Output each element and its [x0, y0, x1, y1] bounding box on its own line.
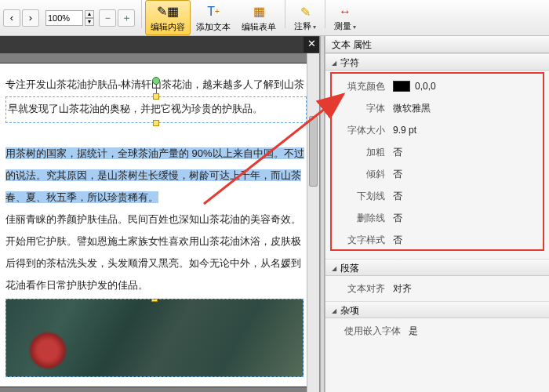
- para-properties: 文本对齐对齐: [325, 276, 549, 301]
- resize-handle-top[interactable]: [153, 93, 159, 100]
- measure-label: 测量: [334, 21, 351, 31]
- section-header-char[interactable]: 字符: [325, 53, 549, 71]
- text-line: 早就发现了山茶花油的奥秘，并把它视为珍贵的护肤品。: [6, 99, 306, 119]
- text-selection-block[interactable]: 早就发现了山茶花油的奥秘，并把它视为珍贵的护肤品。: [5, 96, 307, 123]
- edit-form-button[interactable]: ▦ 编辑表单: [236, 0, 282, 35]
- zoom-input[interactable]: [45, 10, 83, 26]
- edit-form-icon: ▦: [249, 3, 268, 20]
- prop-italic[interactable]: 倾斜否: [333, 163, 541, 185]
- page: 专注开发山茶花油护肤品-林清轩山茶花油，越来越多人了解到山茶 早就发现了山茶花油…: [0, 63, 317, 387]
- text-line: 的说法。究其原因，是山茶树生长缓慢，树龄可达上千年，而山茶: [5, 165, 307, 186]
- document-tab-bar: ✕: [0, 36, 319, 53]
- color-swatch[interactable]: [393, 81, 410, 92]
- edit-content-label: 编辑内容: [151, 21, 185, 33]
- text-line: 用茶树的国家，据统计，全球茶油产量的 90%以上来自中国。不过: [5, 143, 307, 164]
- edit-content-icon: ✎▦: [158, 3, 177, 20]
- text-line: 后得到的茶枯洗头发，头发顺滑又黑亮。如今无论中外，从名媛到: [5, 253, 307, 274]
- section-header-misc[interactable]: 杂项: [325, 301, 549, 318]
- page-next-button[interactable]: ›: [22, 9, 39, 27]
- measure-button[interactable]: ↔ 测量▾: [329, 0, 362, 35]
- edit-content-button[interactable]: ✎▦ 编辑内容: [145, 0, 191, 35]
- prop-strike[interactable]: 删除线否: [333, 207, 541, 229]
- toolbar-separator: [141, 0, 142, 28]
- chevron-down-icon: ▾: [353, 24, 356, 31]
- prop-align[interactable]: 文本对齐对齐: [333, 278, 541, 299]
- image-selection-block[interactable]: [5, 299, 304, 377]
- prop-embed-font[interactable]: 使用嵌入字体是: [333, 320, 541, 342]
- section-header-paragraph[interactable]: 段落: [325, 259, 549, 276]
- document-viewport[interactable]: 专注开发山茶花油护肤品-林清轩山茶花油，越来越多人了解到山茶 早就发现了山茶花油…: [0, 53, 319, 392]
- scrollbar-thumb[interactable]: [309, 116, 318, 187]
- char-properties: 填充颜色0,0,0 字体微软雅黑 字体大小9.9 pt 加粗否 倾斜否 下划线否…: [325, 71, 549, 259]
- document-pane: ✕ 专注开发山茶花油护肤品-林清轩山茶花油，越来越多人了解到山茶 早就发现了山茶…: [0, 36, 320, 392]
- text-line: 开始用它护肤。譬如恩施土家族女性喜欢用山茶花油沐浴，皮肤极: [5, 231, 307, 252]
- resize-handle-top[interactable]: [151, 299, 158, 302]
- edit-form-label: 编辑表单: [242, 21, 276, 33]
- prop-text-style[interactable]: 文字样式否: [333, 229, 541, 251]
- zoom-control: ▲▼: [45, 10, 94, 26]
- resize-handle-bottom[interactable]: [153, 120, 159, 126]
- prop-fill-color[interactable]: 填充颜色0,0,0: [333, 75, 541, 97]
- close-icon[interactable]: ✕: [304, 37, 319, 53]
- zoom-out-button[interactable]: －: [99, 9, 116, 27]
- annotate-button[interactable]: ✎ 注释▾: [289, 0, 322, 35]
- text-line: 花油看作日常护肤护发的佳品。: [5, 275, 307, 296]
- main-area: ✕ 专注开发山茶花油护肤品-林清轩山茶花油，越来越多人了解到山茶 早就发现了山茶…: [0, 36, 549, 392]
- properties-panel: 文本 属性 字符 填充颜色0,0,0 字体微软雅黑 字体大小9.9 pt 加粗否…: [325, 36, 549, 392]
- add-text-icon: T+: [204, 3, 223, 20]
- annotate-icon: ✎: [296, 3, 314, 20]
- text-line: 佳丽青睐的养颜护肤佳品。民间百姓也深知山茶花油的美容奇效。: [5, 209, 307, 230]
- vertical-scrollbar[interactable]: [307, 53, 319, 392]
- ribbon-toolbar: ‹ › ▲▼ － ＋ ✎▦ 编辑内容 T+ 添加文本 ▦ 编辑表单 ✎ 注释▾ …: [0, 0, 549, 36]
- prop-underline[interactable]: 下划线否: [333, 185, 541, 207]
- add-text-button[interactable]: T+ 添加文本: [191, 0, 236, 35]
- toolbar-separator: [325, 0, 325, 28]
- toolbar-separator: [285, 0, 285, 28]
- add-text-label: 添加文本: [196, 21, 231, 33]
- measure-icon: ↔: [336, 3, 354, 20]
- panel-title: 文本 属性: [325, 36, 549, 53]
- toolbar-left-group: ‹ › ▲▼ － ＋: [0, 0, 138, 35]
- annotate-label: 注释: [294, 21, 311, 31]
- text-line: 春、夏、秋五季，所以珍贵稀有。: [5, 187, 307, 208]
- prop-bold[interactable]: 加粗否: [333, 141, 541, 163]
- misc-properties: 使用嵌入字体是: [325, 318, 549, 350]
- page-prev-button[interactable]: ‹: [3, 9, 20, 27]
- zoom-stepper[interactable]: ▲▼: [85, 10, 94, 26]
- zoom-in-button[interactable]: ＋: [118, 9, 135, 27]
- chevron-down-icon: ▾: [313, 24, 316, 31]
- prop-font[interactable]: 字体微软雅黑: [333, 97, 541, 119]
- prop-font-size[interactable]: 字体大小9.9 pt: [333, 119, 541, 141]
